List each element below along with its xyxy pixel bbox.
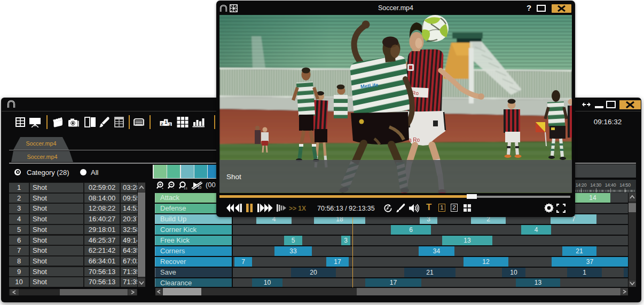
svg-text:10: 10 xyxy=(198,186,202,189)
svg-text:Shot: Shot xyxy=(226,173,241,181)
svg-text:+: + xyxy=(162,187,163,190)
svg-text:1:1: 1:1 xyxy=(184,187,188,190)
svg-text:-: - xyxy=(173,187,174,190)
svg-text:2: 2 xyxy=(161,122,163,126)
svg-text:1: 1 xyxy=(164,119,167,125)
svg-text:3: 3 xyxy=(169,122,171,127)
